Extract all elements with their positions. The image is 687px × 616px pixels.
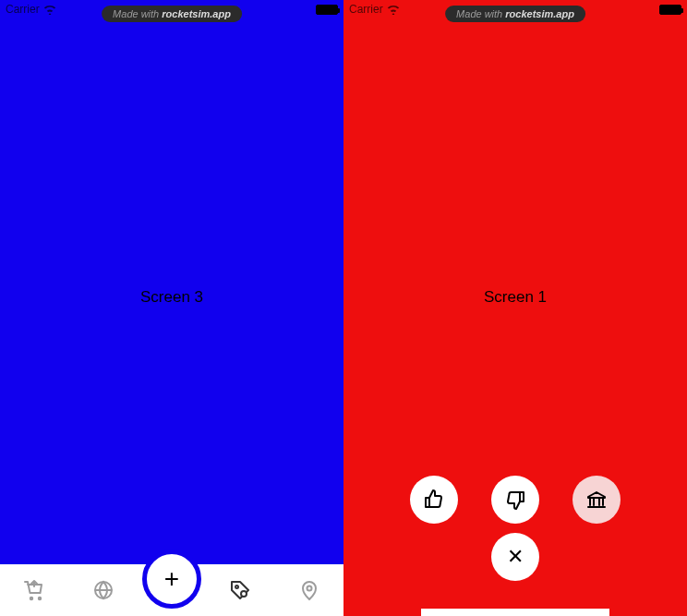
tab-cart[interactable]: [14, 570, 54, 610]
price-tag-icon: [229, 579, 251, 601]
wifi-icon: [43, 5, 56, 15]
bank-icon: [585, 489, 608, 511]
fab-like[interactable]: [410, 476, 458, 524]
carrier-label: Carrier: [349, 3, 383, 16]
tab-center[interactable]: +: [151, 570, 192, 610]
fab-close[interactable]: ✕: [491, 533, 539, 581]
bottom-strip: [344, 609, 687, 616]
close-icon: ✕: [507, 545, 524, 569]
svg-point-0: [30, 598, 32, 599]
device-left: Carrier Made with rocketsim.app Screen 3: [0, 0, 344, 616]
svg-point-3: [235, 586, 238, 588]
screen-title: Screen 3: [140, 288, 203, 307]
globe-icon: [92, 579, 114, 601]
thumbs-down-icon: [504, 489, 526, 511]
fab-bank[interactable]: [572, 476, 621, 524]
add-button[interactable]: +: [142, 550, 201, 609]
cart-icon: [23, 579, 45, 601]
svg-point-1: [39, 598, 41, 599]
fab-dislike[interactable]: [491, 476, 539, 524]
tab-bar: +: [0, 564, 344, 616]
battery-icon: [659, 5, 681, 15]
watermark-pill: Made with rocketsim.app: [102, 6, 242, 22]
screen-title: Screen 1: [484, 288, 547, 307]
tab-globe[interactable]: [83, 570, 124, 610]
wifi-icon: [387, 5, 400, 15]
svg-point-5: [307, 586, 311, 591]
location-pin-icon: [298, 579, 320, 601]
tab-tag[interactable]: [220, 570, 260, 610]
carrier-label: Carrier: [6, 3, 40, 16]
watermark-pill: Made with rocketsim.app: [445, 6, 585, 22]
battery-icon: [316, 5, 338, 15]
plus-icon: +: [164, 566, 179, 592]
thumbs-up-icon: [423, 489, 445, 511]
device-right: Carrier Made with rocketsim.app Screen 1: [344, 0, 687, 616]
fab-row: [344, 476, 687, 524]
svg-point-4: [241, 591, 247, 597]
tab-location[interactable]: [289, 570, 330, 610]
